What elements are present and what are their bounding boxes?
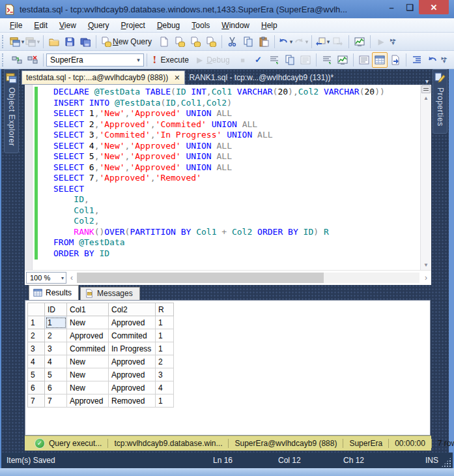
object-explorer-tab[interactable]: Object Explorer <box>4 69 19 153</box>
grid-cell[interactable]: New <box>67 381 109 394</box>
new-query-window-button[interactable]: ▾ <box>9 34 25 50</box>
database-dropdown[interactable]: SuperEra ▾ <box>46 53 144 67</box>
grid-cell[interactable]: 2 <box>45 329 67 342</box>
paste-button[interactable] <box>256 34 272 50</box>
tab-close-icon[interactable]: ✕ <box>174 74 180 82</box>
cut-button[interactable] <box>225 34 240 50</box>
query-editor[interactable]: DECLARE @TestData TABLE(ID INT,Col1 VARC… <box>25 85 431 270</box>
grid-row-number[interactable]: 4 <box>28 355 45 368</box>
grid-cell[interactable]: 4 <box>156 381 174 394</box>
grid-cell[interactable]: New <box>67 368 109 381</box>
navigate-backward-button[interactable]: ▾ <box>315 34 330 50</box>
database-engine-query-button[interactable] <box>156 34 172 50</box>
results-grid[interactable]: IDCol1Col2R11NewApproved122ApprovedCommi… <box>27 303 174 408</box>
xmla-query-button[interactable] <box>203 34 219 50</box>
uncomment-button[interactable] <box>425 52 440 68</box>
close-button[interactable]: ✕ <box>419 0 449 14</box>
undo-button[interactable]: ▾ <box>277 34 293 50</box>
results-tab-results[interactable]: Results <box>29 285 79 300</box>
toolbar-grip[interactable] <box>2 53 7 67</box>
grid-cell[interactable]: 1 <box>156 394 174 408</box>
chevron-down-icon[interactable]: ▾ <box>61 275 66 281</box>
toolbar-grip[interactable] <box>2 35 7 48</box>
grid-cell[interactable]: 1 <box>156 342 174 355</box>
tab-list-dropdown-icon[interactable]: ▾ <box>425 78 431 85</box>
grid-cell[interactable]: New <box>67 355 109 368</box>
horizontal-scrollbar[interactable] <box>77 273 419 283</box>
grid-column-header[interactable]: R <box>156 303 174 316</box>
grid-cell[interactable]: 2 <box>156 355 174 368</box>
disconnect-button[interactable] <box>25 52 40 68</box>
menu-edit[interactable]: Edit <box>28 19 53 32</box>
toolbar-overflow-button[interactable]: ▸▸▾ <box>390 38 396 45</box>
grid-cell[interactable]: 1 <box>156 316 174 329</box>
menu-query[interactable]: Query <box>82 19 115 32</box>
grid-cell[interactable]: Approved <box>109 316 156 329</box>
menu-project[interactable]: Project <box>115 19 151 32</box>
grid-cell[interactable]: Commited <box>67 342 109 355</box>
grid-cell[interactable]: 3 <box>156 368 174 381</box>
grid-cell[interactable]: Approved <box>109 368 156 381</box>
comment-button[interactable] <box>409 52 425 68</box>
minimize-button[interactable]: – <box>382 0 401 14</box>
grid-cell[interactable]: 7 <box>45 394 67 408</box>
display-estimated-plan-button[interactable] <box>266 52 282 68</box>
menu-tools[interactable]: Tools <box>186 19 216 32</box>
grid-cell[interactable]: Removed <box>109 394 156 408</box>
menu-file[interactable]: File <box>4 19 28 32</box>
new-query-button[interactable]: New Query <box>99 34 156 50</box>
zoom-dropdown[interactable]: 100 % ▾ <box>26 272 66 284</box>
dmx-query-button[interactable] <box>188 34 203 50</box>
query-options-button[interactable] <box>282 52 298 68</box>
grid-row-number[interactable]: 5 <box>28 368 45 381</box>
properties-tab[interactable]: Properties <box>433 69 447 134</box>
chevron-down-icon[interactable]: ▾ <box>327 38 330 45</box>
document-tab-2[interactable]: RANK1.sql - tcp:w...@wvlhdcayb9 (131))* <box>185 70 339 85</box>
chevron-down-icon[interactable]: ▾ <box>21 38 25 45</box>
scroll-left-button[interactable]: ‹ <box>66 273 77 282</box>
execute-button[interactable]: ! Execute <box>150 52 194 68</box>
grid-cell[interactable]: 1 <box>45 316 67 329</box>
grid-cell[interactable]: 5 <box>45 368 67 381</box>
connect-button[interactable] <box>9 52 25 68</box>
grid-cell[interactable]: 4 <box>45 355 67 368</box>
scroll-up-button[interactable]: ▲ <box>421 94 431 103</box>
grid-row-number[interactable]: 6 <box>28 381 45 394</box>
code-area[interactable]: DECLARE @TestData TABLE(ID INT,Col1 VARC… <box>53 87 419 259</box>
resize-grip[interactable] <box>441 457 451 468</box>
scroll-right-button[interactable]: › <box>421 273 431 282</box>
chevron-down-icon[interactable]: ▾ <box>134 57 143 63</box>
client-statistics-button[interactable] <box>335 52 350 68</box>
grid-column-header[interactable]: Col1 <box>67 303 109 316</box>
menu-help[interactable]: Help <box>255 19 283 32</box>
grid-cell[interactable]: Approved <box>109 381 156 394</box>
toolbar-overflow-button[interactable]: ▸▸▾ <box>442 57 447 63</box>
grid-row-number[interactable]: 3 <box>28 342 45 355</box>
copy-button[interactable] <box>240 34 256 50</box>
grid-cell[interactable]: Commited <box>109 329 156 342</box>
grid-cell[interactable]: Approved <box>67 394 109 408</box>
include-actual-plan-button[interactable] <box>319 52 335 68</box>
grid-cell[interactable]: 3 <box>45 342 67 355</box>
grid-row-number[interactable]: 7 <box>28 394 45 408</box>
activity-monitor-button[interactable] <box>352 34 367 50</box>
grid-cell[interactable]: Approved <box>67 329 109 342</box>
grid-cell[interactable]: 6 <box>45 381 67 394</box>
horizontal-scrollbar-thumb[interactable] <box>77 273 324 283</box>
results-to-grid-button[interactable] <box>372 52 388 68</box>
maximize-button[interactable]: ❑ <box>401 0 419 14</box>
split-handle[interactable] <box>421 85 431 93</box>
menu-view[interactable]: View <box>53 19 82 32</box>
mdx-query-button[interactable] <box>172 34 188 50</box>
grid-column-header[interactable]: Col2 <box>109 303 156 316</box>
save-all-button[interactable] <box>78 34 93 50</box>
open-file-button[interactable] <box>46 34 62 50</box>
save-button[interactable] <box>62 34 78 50</box>
chevron-down-icon[interactable]: ▾ <box>290 38 293 45</box>
grid-row-number[interactable]: 2 <box>28 329 45 342</box>
scroll-down-button[interactable]: ▼ <box>421 261 431 270</box>
grid-column-header[interactable]: ID <box>45 303 67 316</box>
document-tab-1[interactable]: testdata.sql - tcp:...a@wvlhdcayb9 (888)… <box>21 70 185 85</box>
grid-cell[interactable]: Approved <box>109 355 156 368</box>
editor-vertical-scrollbar[interactable]: ▲ ▼ <box>420 85 431 270</box>
